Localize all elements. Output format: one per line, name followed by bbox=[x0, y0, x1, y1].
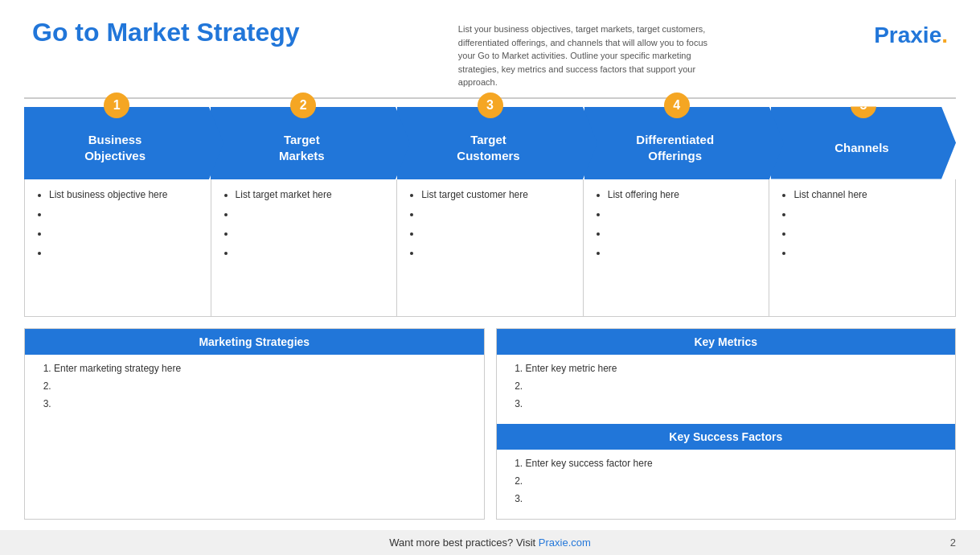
arrow-item-4: 4 DifferentiatedOfferings bbox=[584, 107, 769, 179]
list-5: List channel here bbox=[781, 189, 944, 258]
badge-4: 4 bbox=[664, 92, 690, 118]
arrow-section: 1 BusinessObjectives 2 TargetMarkets 3 T… bbox=[0, 107, 980, 179]
key-metrics-panel: Key Metrics Enter key metric here Key Su… bbox=[496, 328, 957, 520]
content-col-5: List channel here bbox=[769, 179, 955, 316]
key-success-factors-list: Enter key success factor here bbox=[510, 458, 943, 504]
list-item bbox=[526, 475, 943, 487]
list-item: Enter key success factor here bbox=[526, 458, 943, 469]
arrow-label-5: Channels bbox=[834, 140, 889, 156]
header: Go to Market Strategy List your business… bbox=[0, 0, 980, 97]
list-item bbox=[526, 380, 943, 392]
page-title: Go to Market Strategy bbox=[32, 18, 300, 47]
list-4: List offering here bbox=[595, 189, 758, 258]
list-item bbox=[421, 247, 572, 258]
footer-text: Want more best practices? Visit bbox=[389, 536, 539, 549]
list-item: List channel here bbox=[793, 189, 944, 200]
marketing-strategies-content: Enter marketing strategy here bbox=[25, 355, 484, 424]
list-3: List target customer here bbox=[408, 189, 572, 258]
marketing-strategies-header: Marketing Strategies bbox=[25, 329, 484, 355]
list-item: List target customer here bbox=[421, 189, 572, 200]
logo: Praxie. bbox=[874, 23, 948, 48]
list-item bbox=[793, 228, 944, 239]
list-item bbox=[236, 247, 386, 258]
page-number: 2 bbox=[950, 536, 956, 549]
list-item bbox=[49, 247, 199, 258]
content-grid: List business objective here List target… bbox=[24, 179, 956, 317]
key-metrics-content: Enter key metric here bbox=[497, 355, 956, 424]
list-item bbox=[526, 493, 943, 504]
content-col-3: List target customer here bbox=[397, 179, 584, 316]
badge-3: 3 bbox=[478, 92, 503, 118]
key-success-factors-header: Key Success Factors bbox=[497, 424, 956, 450]
badge-1: 1 bbox=[104, 92, 129, 118]
list-item bbox=[54, 398, 471, 409]
list-item bbox=[608, 247, 758, 258]
arrow-row: 1 BusinessObjectives 2 TargetMarkets 3 T… bbox=[24, 107, 956, 179]
marketing-strategies-panel: Marketing Strategies Enter marketing str… bbox=[24, 328, 485, 520]
list-2: List target market here bbox=[223, 189, 386, 258]
list-item bbox=[54, 380, 471, 392]
list-item bbox=[49, 228, 199, 239]
list-item: Enter key metric here bbox=[526, 363, 943, 374]
arrow-item-2: 2 TargetMarkets bbox=[211, 107, 396, 179]
arrow-item-5: 5 Channels bbox=[771, 107, 956, 179]
list-item: Enter marketing strategy here bbox=[54, 363, 471, 374]
list-item: List target market here bbox=[236, 189, 386, 200]
content-col-2: List target market here bbox=[211, 179, 398, 316]
list-item bbox=[236, 228, 386, 239]
list-item bbox=[526, 398, 943, 409]
marketing-strategies-list: Enter marketing strategy here bbox=[38, 363, 471, 409]
list-item bbox=[236, 208, 386, 220]
page: Go to Market Strategy List your business… bbox=[0, 0, 980, 555]
list-item bbox=[793, 208, 944, 220]
content-col-1: List business objective here bbox=[25, 179, 211, 316]
header-description: List your business objectives, target ma… bbox=[458, 23, 716, 89]
list-item: List business objective here bbox=[49, 189, 199, 200]
list-item bbox=[608, 208, 758, 220]
arrow-item-1: 1 BusinessObjectives bbox=[24, 107, 209, 179]
list-item bbox=[421, 208, 572, 220]
arrow-label-2: TargetMarkets bbox=[279, 132, 325, 163]
arrow-label-3: TargetCustomers bbox=[457, 132, 519, 163]
badge-2: 2 bbox=[290, 92, 316, 118]
key-metrics-header: Key Metrics bbox=[497, 329, 956, 355]
key-metrics-list: Enter key metric here bbox=[510, 363, 943, 409]
arrow-label-4: DifferentiatedOfferings bbox=[636, 132, 714, 163]
list-item bbox=[49, 208, 199, 220]
list-item bbox=[608, 228, 758, 239]
bottom-section: Marketing Strategies Enter marketing str… bbox=[24, 328, 956, 520]
list-item bbox=[421, 228, 572, 239]
list-item bbox=[793, 247, 944, 258]
key-success-factors-content: Enter key success factor here bbox=[497, 450, 956, 519]
footer-link[interactable]: Praxie.com bbox=[539, 536, 591, 549]
footer: Want more best practices? Visit Praxie.c… bbox=[0, 530, 980, 555]
list-1: List business objective here bbox=[36, 189, 199, 258]
content-col-4: List offering here bbox=[584, 179, 770, 316]
arrow-item-3: 3 TargetCustomers bbox=[397, 107, 582, 179]
list-item: List offering here bbox=[608, 189, 758, 200]
arrow-label-1: BusinessObjectives bbox=[84, 132, 146, 163]
